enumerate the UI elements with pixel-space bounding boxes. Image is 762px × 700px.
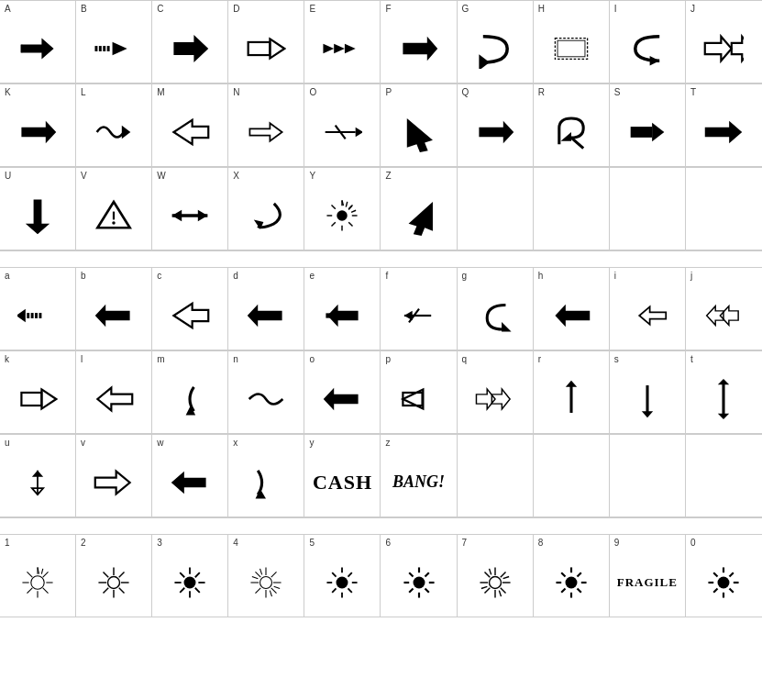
svg-marker-64	[248, 304, 282, 327]
symbol-s	[614, 366, 680, 431]
symbol-K	[5, 99, 71, 164]
svg-line-144	[271, 590, 272, 595]
svg-point-134	[260, 576, 272, 588]
label-7: 7	[462, 539, 468, 548]
cell-w: w	[152, 435, 228, 517]
svg-marker-62	[95, 304, 130, 327]
cell-K: K	[0, 84, 76, 167]
symbol-e	[309, 283, 375, 348]
svg-rect-32	[631, 127, 652, 138]
cell-N: N	[228, 84, 304, 167]
symbol-N	[233, 99, 299, 164]
symbol-w	[157, 450, 223, 515]
svg-marker-14	[479, 54, 489, 69]
label-y: y	[309, 439, 314, 448]
svg-line-186	[484, 572, 490, 577]
svg-rect-57	[39, 313, 42, 318]
cell-U: U	[0, 168, 76, 250]
svg-marker-41	[198, 209, 208, 220]
symbol-p	[385, 366, 451, 431]
symbol-u	[5, 450, 71, 515]
label-5: 5	[309, 539, 315, 548]
label-9: 9	[614, 539, 620, 548]
svg-marker-76	[41, 389, 56, 408]
svg-point-38	[112, 221, 116, 225]
cell-5: 5	[304, 535, 381, 617]
svg-line-141	[271, 572, 277, 577]
cell-p: p	[381, 351, 457, 434]
symbol-o	[309, 366, 375, 431]
svg-line-133	[180, 587, 184, 592]
svg-marker-63	[174, 303, 209, 327]
section-gap-1	[0, 250, 762, 267]
label-H: H	[538, 5, 545, 14]
symbol-G	[462, 16, 528, 81]
svg-point-207	[718, 576, 730, 588]
svg-line-103	[43, 587, 49, 593]
cell-a: a	[0, 268, 76, 350]
svg-line-105	[28, 587, 33, 593]
symbol-4	[233, 550, 299, 615]
cell-empty1	[458, 168, 534, 250]
symbol-a	[5, 283, 71, 348]
symbol-f	[385, 283, 451, 348]
cell-7: 7	[458, 535, 534, 617]
cell-P: P	[381, 84, 457, 167]
svg-line-132	[195, 572, 200, 577]
svg-line-53	[347, 201, 348, 206]
label-g: g	[462, 272, 468, 281]
label-6: 6	[385, 539, 391, 548]
svg-line-102	[28, 572, 33, 577]
svg-point-181	[489, 576, 501, 588]
symbol-D	[233, 16, 299, 81]
label-U: U	[5, 172, 11, 181]
label-o: o	[309, 355, 315, 364]
svg-line-51	[332, 222, 336, 226]
cell-e: e	[304, 268, 381, 350]
cell-i: i	[610, 268, 686, 350]
label-r: r	[538, 355, 541, 364]
svg-rect-16	[558, 40, 585, 57]
svg-marker-9	[271, 39, 285, 58]
label-P: P	[385, 88, 392, 97]
svg-point-147	[337, 576, 348, 588]
cell-4: 4	[228, 535, 304, 617]
svg-marker-34	[705, 120, 742, 143]
cell-z: z BANG!	[381, 435, 457, 517]
symbol-Y	[309, 183, 375, 248]
svg-line-140	[271, 587, 277, 593]
cell-X: X	[228, 168, 304, 250]
svg-line-49	[349, 222, 353, 226]
symbol-y-cash: CASH	[309, 450, 375, 515]
symbol-j	[690, 283, 757, 348]
symbol-c	[157, 283, 223, 348]
symbol-T	[690, 99, 757, 164]
cell-0: 0	[686, 535, 762, 617]
svg-marker-23	[250, 123, 282, 140]
svg-line-104	[43, 572, 49, 577]
svg-marker-28	[479, 120, 514, 143]
symbol-U	[5, 183, 71, 248]
symbol-7	[462, 550, 528, 615]
grid-row-uppercase-1: A B C D	[0, 0, 762, 83]
cell-B: B	[76, 1, 152, 83]
svg-rect-15	[555, 38, 587, 59]
svg-line-179	[425, 572, 428, 576]
label-W: W	[157, 172, 165, 181]
cell-2: 2	[76, 535, 152, 617]
svg-line-139	[256, 572, 261, 577]
label-k: k	[5, 355, 9, 364]
svg-line-192	[499, 590, 501, 595]
svg-marker-21	[122, 125, 131, 139]
svg-marker-10	[324, 43, 335, 52]
symbol-F	[385, 16, 451, 81]
symbol-X	[233, 183, 299, 248]
grid-row-uppercase-3: U V W	[0, 167, 762, 250]
svg-point-117	[184, 576, 196, 588]
label-f: f	[385, 272, 388, 281]
cell-3: 3	[152, 535, 228, 617]
symbol-I	[614, 16, 680, 81]
svg-line-130	[180, 572, 184, 577]
cell-q: q	[458, 351, 534, 434]
svg-marker-27	[406, 118, 432, 152]
